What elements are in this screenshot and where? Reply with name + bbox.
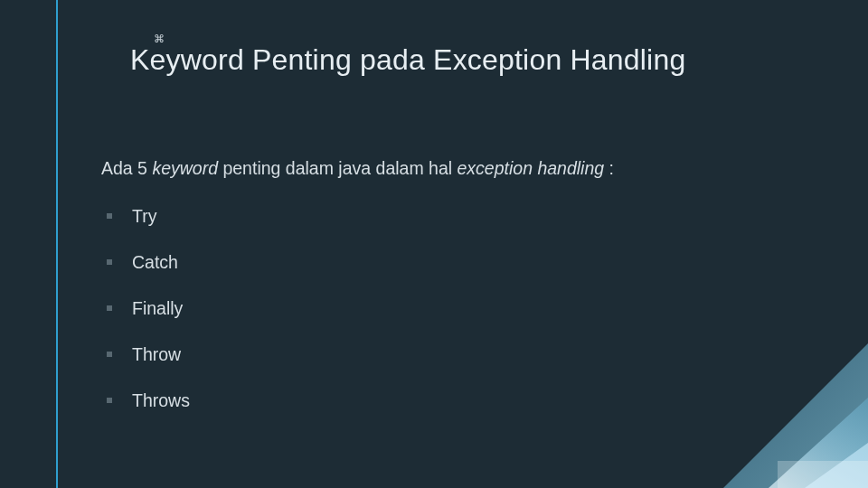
intro-keyword-italic: keyword xyxy=(152,158,218,178)
intro-suffix: : xyxy=(604,158,614,178)
slide-title: Keyword Penting pada Exception Handling xyxy=(130,43,685,77)
intro-exception-italic: exception handling xyxy=(458,158,605,178)
intro-text: Ada 5 keyword penting dalam java dalam h… xyxy=(101,158,614,179)
svg-marker-0 xyxy=(723,343,868,488)
svg-rect-3 xyxy=(778,461,868,488)
list-item: Try xyxy=(101,193,190,239)
list-item-label: Throws xyxy=(132,390,190,410)
intro-prefix: Ada 5 xyxy=(101,158,152,178)
keyword-list: Try Catch Finally Throw Throws xyxy=(101,193,190,424)
intro-middle: penting dalam java dalam hal xyxy=(218,158,458,178)
list-item-label: Try xyxy=(132,206,156,226)
list-item-label: Finally xyxy=(132,298,183,318)
list-item-label: Throw xyxy=(132,344,181,364)
corner-decor-icon xyxy=(669,307,868,488)
list-item: Catch xyxy=(101,239,190,286)
list-item: Throw xyxy=(101,332,190,378)
svg-marker-1 xyxy=(769,398,868,488)
slide-content: ⌘ Keyword Penting pada Exception Handlin… xyxy=(0,0,868,488)
list-item-label: Catch xyxy=(132,252,178,272)
svg-marker-2 xyxy=(805,443,868,488)
list-item: Finally xyxy=(101,286,190,332)
list-item: Throws xyxy=(101,378,190,424)
